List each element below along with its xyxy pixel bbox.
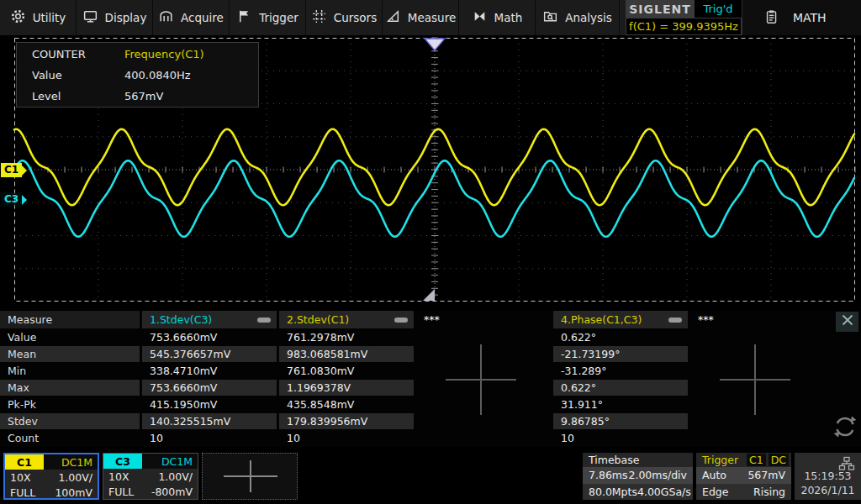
brand-panel: SIGLENT Trig'd f(C1) = 399.9395Hz [626,0,742,35]
measure-row-label: Stdev [0,413,140,429]
remove-measurement-button[interactable] [668,318,682,323]
math-trace-button[interactable]: MATH [742,0,861,35]
c1-probe: 10X [10,471,30,484]
menu-bar: Utility Display Acquire Trigger Cursors … [0,0,861,35]
measure-value-cell: 31.911° [553,396,688,412]
timebase-sample-rate: 4.00GSa/s [637,486,691,498]
analysis-icon [542,8,558,27]
timebase-delay: 7.86ms [589,469,628,481]
measure-row-label: Pk-Pk [0,396,140,412]
counter-level: 567mV [124,90,163,102]
c3-level-marker[interactable]: C3 [1,192,22,207]
c1-scale: 1.00V/ [58,471,92,484]
add-measurement-slot-5[interactable] [720,344,790,415]
c3-probe: 10X [108,470,129,483]
c1-offset: 100mV [55,486,92,499]
counter-source: Frequency(C1) [124,48,204,60]
menu-item-cursors[interactable]: Cursors [306,0,383,35]
counter-level-label: Level [17,90,124,102]
measure-value-cell [690,329,825,345]
measure-slot-label: 1.Stdev(C3) [150,313,257,326]
measure-table: Measure1.Stdev(C3)2.Stdev(C1)***4.Phase(… [0,311,861,447]
add-channel-box[interactable] [202,453,298,500]
menu-item-label: Measure [408,11,456,24]
trigger-title: Trigger [702,454,738,466]
trigger-level: 567mV [747,469,785,481]
measure-value-cell: -31.289° [553,363,688,379]
menu-item-label: Analysis [565,11,612,24]
counter-panel: COUNTER Frequency(C1) Value 400.0840Hz L… [16,42,259,108]
trigger-coupling: DC [769,454,789,466]
timebase-panel[interactable]: Timebase 7.86ms 2.00ms/div 80.0Mpts 4.00… [583,453,693,500]
menu-item-trigger[interactable]: Trigger [230,0,306,35]
measure-slot-header-5[interactable]: *** [690,311,825,328]
menu-item-acquire[interactable]: Acquire [153,0,230,35]
measure-slot-label: *** [424,313,551,326]
measure-value-cell: 10 [279,430,414,446]
c1-bandwidth: FULL [10,486,35,499]
math-icon [472,8,488,27]
measure-row-label: Min [0,363,140,379]
c3-offset: -800mV [151,486,193,498]
measure-grid: Measure1.Stdev(C3)2.Stdev(C1)***4.Phase(… [0,311,825,446]
menu-item-label: Acquire [181,11,224,24]
measure-slot-header-2[interactable]: 2.Stdev(C1) [279,311,414,328]
measure-value-cell: 753.6660mV [142,380,277,396]
c1-marker-label: C1 [4,164,18,176]
measure-value-cell: 9.86785° [553,413,688,429]
c3-marker-label: C3 [4,193,18,205]
c3-coupling: DC1M [161,455,198,468]
plus-icon [224,460,277,492]
measure-slot-label: 4.Phase(C1,C3) [561,313,668,326]
menu-item-measure[interactable]: Measure [383,0,459,35]
menu-item-label: Display [105,11,147,24]
measure-value-cell: 179.839956mV [279,413,414,429]
measure-value-cell: 0.622° [553,329,688,345]
measure-value-cell [416,430,551,446]
measure-table-title: Measure [0,311,140,328]
channel-descriptor-c1[interactable]: C1 DC1M 10X 1.00V/ FULL 100mV [3,453,99,500]
c1-level-marker[interactable]: C1 [1,163,22,177]
trigger-panel[interactable]: Trigger C1 DC Auto 567mV Edge Rising [696,453,791,500]
measure-value-cell: 0.622° [553,380,688,396]
measure-slot-label: *** [698,313,825,326]
add-measurement-slot-3[interactable] [446,344,516,415]
c1-badge: C1 [5,454,44,470]
measure-value-cell: 753.6660mV [142,329,277,345]
measure-row-label: Count [0,430,140,446]
measure-value-cell: 10 [553,430,688,446]
menu-item-display[interactable]: Display [77,0,153,35]
cursors-icon [311,8,327,27]
remove-measurement-button[interactable] [257,318,271,323]
trigger-status-badge: Trig'd [695,0,742,18]
menu-item-math[interactable]: Math [459,0,536,35]
measure-value-cell: 761.0830mV [279,363,414,379]
c3-scale: 1.00V/ [158,470,193,483]
measure-slot-header-4[interactable]: 4.Phase(C1,C3) [553,311,688,328]
gear-icon [10,8,26,27]
trigger-source: C1 [747,454,766,466]
oscilloscope-screen: Utility Display Acquire Trigger Cursors … [0,0,861,504]
menu-item-utility[interactable]: Utility [0,0,77,35]
counter-title: COUNTER [17,48,124,60]
close-measure-table-button[interactable] [836,312,858,332]
measure-value-cell: 10 [142,430,277,446]
c3-marker-arrow [22,195,27,205]
timebase-memory: 80.0Mpts [589,486,637,498]
channel-descriptor-c3[interactable]: C3 DC1M 10X 1.00V/ FULL -800mV [103,453,198,500]
status-bar: C1 DC1M 10X 1.00V/ FULL 100mV C3 DC1M 10… [0,451,861,504]
measure-slot-header-1[interactable]: 1.Stdev(C3) [142,311,277,328]
waveform-display[interactable]: C1 C3 COUNTER Frequency(C1) Value 400.08… [0,35,861,309]
measure-value-cell: -21.73199° [553,346,688,362]
c3-badge: C3 [103,454,142,469]
timebase-title: Timebase [583,453,693,467]
remove-measurement-button[interactable] [394,318,408,323]
measure-slot-header-3[interactable]: *** [416,311,551,328]
reset-statistics-button[interactable] [832,414,858,443]
measure-value-cell: 140.325515mV [142,413,277,429]
menu-item-analysis[interactable]: Analysis [536,0,620,35]
close-icon [841,313,854,330]
trigger-mode: Auto [702,469,726,481]
math-trace-label: MATH [793,11,827,24]
measure-value-cell [690,413,825,429]
